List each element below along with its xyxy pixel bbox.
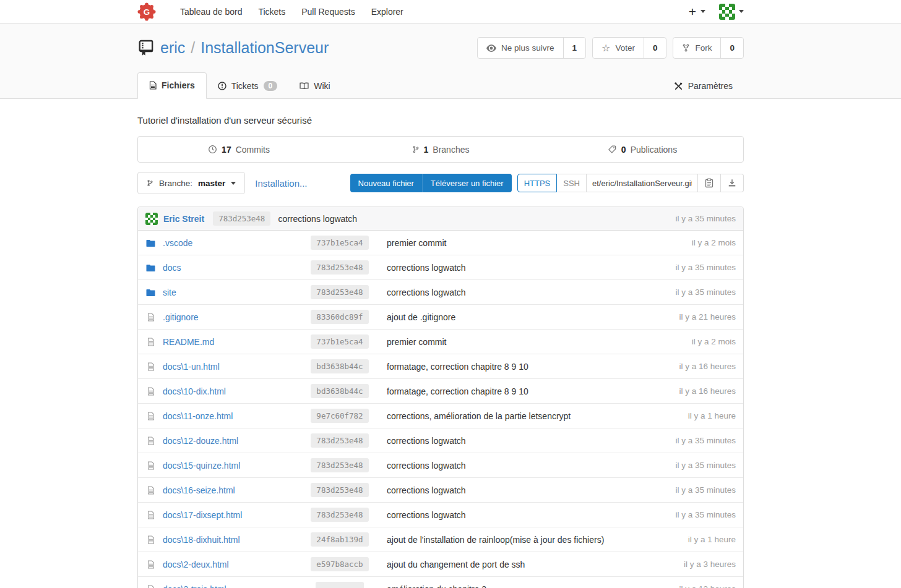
file-name-link[interactable]: docs\15-quinze.html	[163, 461, 240, 471]
file-commit-message[interactable]: corrections logwatch	[379, 288, 675, 297]
fork-button[interactable]: Fork	[673, 38, 720, 58]
file-sha-badge[interactable]: 783d253e48	[311, 285, 368, 299]
tab-files[interactable]: Fichiers	[137, 72, 207, 99]
file-sha-badge[interactable]: bd3638b44c	[311, 359, 368, 373]
file-commit-time: il y a 35 minutes	[675, 461, 736, 470]
file-icon	[145, 585, 156, 588]
forks-count[interactable]: 0	[720, 38, 743, 58]
file-name-link[interactable]: docs\3-trois.html	[163, 584, 226, 588]
file-sha-badge[interactable]: 783d253e48	[311, 433, 368, 448]
file-commit-time: il y a 35 minutes	[675, 288, 736, 297]
commit-author-link[interactable]: Eric Streit	[163, 214, 204, 224]
file-sha-badge[interactable]	[316, 582, 364, 588]
file-commit-time: il y a 16 heures	[679, 386, 736, 396]
file-sha-badge[interactable]: 783d253e48	[311, 483, 368, 497]
nav-explore[interactable]: Explorer	[363, 7, 412, 17]
clone-url-input[interactable]	[587, 174, 698, 192]
file-sha-badge[interactable]: e597b8accb	[311, 557, 368, 571]
file-icon	[145, 535, 156, 544]
file-name-link[interactable]: docs\10-dix.html	[163, 386, 226, 396]
file-name-link[interactable]: site	[163, 288, 176, 297]
tab-settings[interactable]: Paramètres	[663, 74, 744, 99]
file-name-link[interactable]: README.md	[163, 337, 214, 347]
new-file-button[interactable]: Nouveau fichier	[350, 174, 422, 192]
file-sha-badge[interactable]: 9e7c60f782	[311, 409, 368, 423]
file-name-link[interactable]: docs\18-dixhuit.html	[163, 535, 240, 545]
file-sha-badge[interactable]: 783d253e48	[311, 458, 368, 472]
commit-author-avatar[interactable]	[145, 213, 158, 225]
file-commit-message[interactable]: ajout de l'installation de rainloop(mise…	[379, 535, 688, 545]
tab-wiki[interactable]: Wiki	[288, 74, 341, 99]
download-button[interactable]	[721, 174, 744, 192]
clipboard-icon	[705, 178, 713, 188]
create-new-menu[interactable]: +	[689, 5, 705, 18]
file-sha-badge[interactable]: 737b1e5ca4	[311, 334, 368, 349]
file-commit-message[interactable]: ajout du changement de port de ssh	[379, 560, 684, 569]
fork-button-group: Fork 0	[673, 37, 744, 59]
nav-issues[interactable]: Tickets	[250, 7, 293, 17]
repo-name-link[interactable]: InstallationServeur	[200, 39, 329, 57]
watchers-count[interactable]: 1	[563, 38, 586, 58]
download-icon	[728, 179, 736, 187]
commits-label: Commits	[236, 145, 270, 155]
file-commit-message[interactable]: premier commit	[379, 238, 692, 248]
stars-count[interactable]: 0	[644, 38, 666, 58]
file-commit-message[interactable]: premier commit	[379, 337, 692, 347]
plus-icon: +	[689, 5, 696, 18]
file-commit-message[interactable]: corrections logwatch	[379, 461, 675, 471]
https-protocol-button[interactable]: HTTPS	[517, 174, 558, 192]
nav-dashboard[interactable]: Tableau de bord	[172, 7, 250, 17]
file-name-link[interactable]: .vscode	[163, 238, 192, 248]
copy-url-button[interactable]	[698, 174, 721, 192]
file-commit-message[interactable]: ajout de .gitignore	[379, 312, 679, 322]
file-name-link[interactable]: docs\2-deux.html	[163, 560, 229, 569]
file-sha-badge[interactable]: 24f8ab139d	[311, 532, 368, 547]
releases-stat[interactable]: 0 Publications	[541, 145, 743, 155]
file-icon	[145, 338, 156, 346]
file-name-link[interactable]: docs\16-seize.html	[163, 485, 235, 495]
tab-issues[interactable]: Tickets 0	[207, 74, 289, 99]
file-commit-message[interactable]: formatage, correction chapitre 8 9 10	[379, 386, 679, 396]
file-sha-badge[interactable]: 737b1e5ca4	[311, 236, 368, 250]
nav-pull-requests[interactable]: Pull Requests	[293, 7, 363, 17]
file-sha-badge[interactable]: 783d253e48	[311, 260, 368, 275]
file-commit-time: il y a 16 heures	[679, 362, 736, 371]
file-row: docs\10-dix.html bd3638b44c formatage, c…	[138, 379, 743, 404]
fork-icon	[682, 43, 690, 53]
user-menu[interactable]	[719, 4, 744, 20]
folder-icon	[145, 239, 156, 247]
file-icon	[145, 486, 156, 495]
file-row: docs\1-un.html bd3638b44c formatage, cor…	[138, 354, 743, 379]
star-button[interactable]: ☆ Voter	[593, 38, 644, 58]
file-sha-badge[interactable]: 783d253e48	[311, 508, 368, 522]
file-commit-time: il y a 21 heures	[679, 312, 736, 322]
file-name-link[interactable]: docs	[163, 263, 181, 273]
file-commit-message[interactable]: corrections logwatch	[379, 510, 675, 520]
repo-owner-link[interactable]: eric	[160, 39, 185, 57]
file-sha-badge[interactable]: 83360dc89f	[311, 310, 368, 324]
file-commit-message[interactable]: formatage, correction chapitre 8 9 10	[379, 362, 679, 372]
file-name-link[interactable]: .gitignore	[163, 312, 199, 322]
file-sha-badge[interactable]: bd3638b44c	[311, 384, 368, 398]
upload-file-button[interactable]: Téléverser un fichier	[422, 174, 512, 192]
file-commit-message[interactable]: corrections, amélioration de la partie l…	[379, 411, 688, 421]
commit-sha-badge[interactable]: 783d253e48	[213, 211, 270, 226]
star-label: Voter	[615, 43, 635, 53]
file-commit-message[interactable]: amélioration du chapitre 3	[379, 584, 679, 588]
commits-stat[interactable]: 17 Commits	[138, 145, 340, 155]
file-commit-message[interactable]: corrections logwatch	[379, 485, 675, 495]
unwatch-button[interactable]: Ne plus suivre	[478, 38, 563, 58]
commit-message[interactable]: corrections logwatch	[278, 214, 357, 224]
branches-stat[interactable]: 1 Branches	[340, 145, 541, 155]
file-name-link[interactable]: docs\1-un.html	[163, 362, 220, 372]
file-commit-time: il y a 13 heures	[679, 584, 736, 588]
file-commit-message[interactable]: corrections logwatch	[379, 263, 675, 273]
file-commit-message[interactable]: corrections logwatch	[379, 436, 675, 446]
file-name-link[interactable]: docs\12-douze.html	[163, 436, 238, 446]
ssh-protocol-button[interactable]: SSH	[557, 174, 587, 192]
repo-path-link[interactable]: Installation...	[255, 178, 307, 189]
file-name-link[interactable]: docs\11-onze.html	[163, 411, 233, 421]
gogs-logo-icon[interactable]: G	[137, 2, 156, 21]
file-name-link[interactable]: docs\17-dixsept.html	[163, 510, 242, 520]
branch-selector[interactable]: Branche: master	[137, 172, 245, 194]
